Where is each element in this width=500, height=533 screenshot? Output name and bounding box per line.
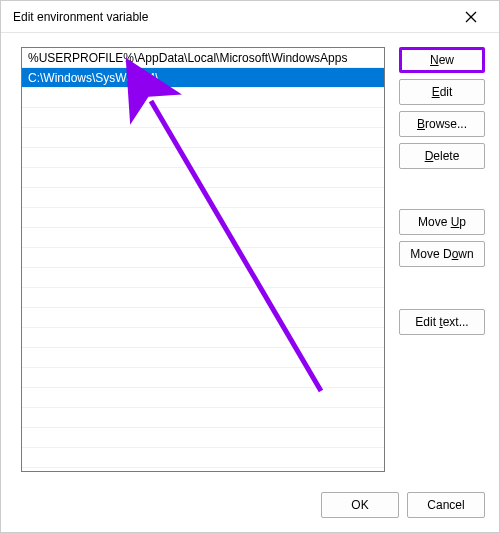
list-item-empty[interactable] — [22, 108, 384, 128]
path-listbox[interactable]: %USERPROFILE%\AppData\Local\Microsoft\Wi… — [21, 47, 385, 472]
list-item[interactable]: C:\Windows\SysWow64\ — [22, 68, 384, 88]
list-item-empty[interactable] — [22, 228, 384, 248]
list-item[interactable]: %USERPROFILE%\AppData\Local\Microsoft\Wi… — [22, 48, 384, 68]
button-column: New Edit Browse... Delete Move Up Move D… — [399, 47, 485, 472]
list-item-empty[interactable] — [22, 408, 384, 428]
move-up-button[interactable]: Move Up — [399, 209, 485, 235]
edit-text-button[interactable]: Edit text... — [399, 309, 485, 335]
list-item-empty[interactable] — [22, 348, 384, 368]
close-icon — [465, 11, 477, 23]
list-item-empty[interactable] — [22, 308, 384, 328]
list-item-empty[interactable] — [22, 248, 384, 268]
list-item-empty[interactable] — [22, 268, 384, 288]
list-item-empty[interactable] — [22, 368, 384, 388]
list-item-empty[interactable] — [22, 88, 384, 108]
close-button[interactable] — [451, 2, 491, 32]
list-item-empty[interactable] — [22, 328, 384, 348]
dialog-footer: OK Cancel — [321, 492, 485, 518]
dialog-title: Edit environment variable — [13, 10, 451, 24]
spacer — [399, 273, 485, 303]
content-area: %USERPROFILE%\AppData\Local\Microsoft\Wi… — [21, 47, 485, 472]
list-item-empty[interactable] — [22, 128, 384, 148]
delete-button[interactable]: Delete — [399, 143, 485, 169]
list-item-empty[interactable] — [22, 168, 384, 188]
browse-button[interactable]: Browse... — [399, 111, 485, 137]
new-button[interactable]: New — [399, 47, 485, 73]
move-down-button[interactable]: Move Down — [399, 241, 485, 267]
list-item-empty[interactable] — [22, 208, 384, 228]
list-item-empty[interactable] — [22, 428, 384, 448]
list-item-empty[interactable] — [22, 448, 384, 468]
spacer — [399, 175, 485, 203]
list-item-empty[interactable] — [22, 188, 384, 208]
edit-button[interactable]: Edit — [399, 79, 485, 105]
ok-button[interactable]: OK — [321, 492, 399, 518]
list-item-empty[interactable] — [22, 148, 384, 168]
titlebar: Edit environment variable — [1, 1, 499, 33]
edit-env-var-dialog: Edit environment variable %USERPROFILE%\… — [0, 0, 500, 533]
list-item-empty[interactable] — [22, 288, 384, 308]
cancel-button[interactable]: Cancel — [407, 492, 485, 518]
list-item-empty[interactable] — [22, 388, 384, 408]
